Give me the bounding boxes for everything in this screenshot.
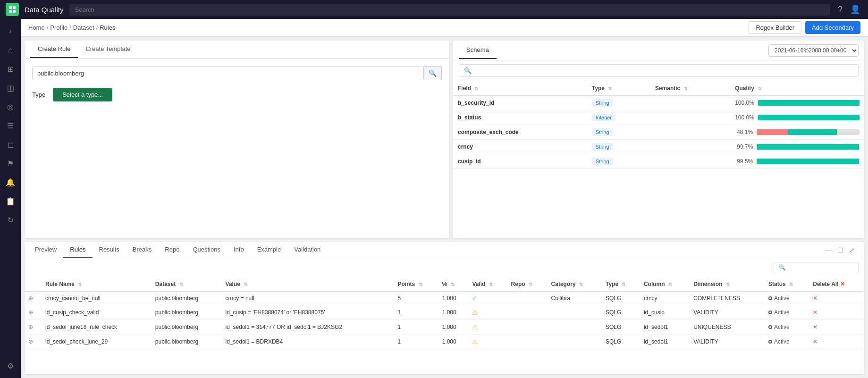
row-dimension: VALIDITY xyxy=(690,335,765,349)
type-label: Type xyxy=(32,91,45,98)
user-icon-button[interactable]: 👤 xyxy=(848,2,862,17)
row-valid: ⚠ xyxy=(468,335,507,349)
sidebar: › ⌂ ⊞ ◫ ◎ ☰ ◻ ⚑ 🔔 📋 ↻ ⚙ xyxy=(0,19,21,378)
row-type: SQLG xyxy=(602,320,640,335)
nav-action-icons: ? 👤 xyxy=(836,2,862,17)
breadcrumb-bar: Home / Profile / Dataset / Rules Regex B… xyxy=(21,19,868,37)
svg-rect-0 xyxy=(9,6,12,9)
maximize-icon-button[interactable]: ☐ xyxy=(835,245,845,255)
global-search-input[interactable] xyxy=(69,4,830,16)
tab-schema[interactable]: Schema xyxy=(459,42,497,59)
dataset-search-row: 🔍 xyxy=(32,66,442,80)
minimize-icon-button[interactable]: — xyxy=(823,245,834,255)
row-rule-name: crncy_cannot_be_null xyxy=(42,292,152,305)
row-category xyxy=(548,305,602,320)
sidebar-item-people[interactable]: ◎ xyxy=(2,98,19,115)
row-type: SQLG xyxy=(602,335,640,349)
tab-example[interactable]: Example xyxy=(251,242,288,258)
bottom-search-row xyxy=(25,258,864,277)
row-delete[interactable]: ✕ xyxy=(809,292,864,305)
breadcrumb-home[interactable]: Home xyxy=(28,24,45,31)
row-column: id_cusip xyxy=(640,305,690,320)
tab-repo[interactable]: Repo xyxy=(158,242,186,258)
tab-rules[interactable]: Rules xyxy=(63,242,92,258)
svg-rect-3 xyxy=(13,10,16,13)
sidebar-item-refresh[interactable]: ↻ xyxy=(2,211,19,228)
schema-field-semantic xyxy=(650,154,730,169)
row-valid: ⚠ xyxy=(468,320,507,335)
tab-preview[interactable]: Preview xyxy=(28,242,63,258)
tab-results[interactable]: Results xyxy=(93,242,126,258)
row-delete[interactable]: ✕ xyxy=(809,320,864,335)
rules-search-input[interactable] xyxy=(774,262,859,273)
tab-validation[interactable]: Validation xyxy=(287,242,327,258)
row-column: crncy xyxy=(640,292,690,305)
schema-search-input[interactable] xyxy=(459,64,859,77)
schema-table-wrapper: Field ⇅ Type ⇅ Semantic ⇅ Quality ⇅ b_se… xyxy=(453,81,864,238)
row-dimension: VALIDITY xyxy=(690,305,765,320)
col-quality: Quality ⇅ xyxy=(730,81,864,96)
bottom-tabs-bar: Preview Rules Results Breaks Repo Questi… xyxy=(25,242,864,258)
help-icon-button[interactable]: ? xyxy=(836,3,844,17)
row-expand[interactable]: ⊕ xyxy=(25,305,42,320)
row-pct: 1.000 xyxy=(438,292,469,305)
tab-info[interactable]: Info xyxy=(227,242,251,258)
sidebar-item-bell[interactable]: 🔔 xyxy=(2,174,19,191)
row-value: crncy = null xyxy=(222,292,394,305)
add-secondary-button[interactable]: Add Secondary xyxy=(805,21,860,34)
row-repo xyxy=(507,320,548,335)
row-delete[interactable]: ✕ xyxy=(809,335,864,349)
sidebar-item-list[interactable]: ☰ xyxy=(2,117,19,134)
status-dot-icon xyxy=(768,311,772,314)
bottom-tabs-left: Preview Rules Results Breaks Repo Questi… xyxy=(28,242,327,258)
sidebar-item-grid[interactable]: ⊞ xyxy=(2,60,19,77)
schema-table-row: cusip_id String 99.5% xyxy=(453,154,864,169)
row-value: id_sedol1 = 314777 OR id_sedol1 = BJ2KSG… xyxy=(222,320,394,335)
valid-check-icon: ✓ xyxy=(472,295,477,302)
col-status: Status ⇅ xyxy=(765,277,809,292)
row-repo xyxy=(507,292,548,305)
sidebar-item-flag[interactable]: ⚑ xyxy=(2,155,19,172)
col-semantic: Semantic ⇅ xyxy=(650,81,730,96)
schema-table: Field ⇅ Type ⇅ Semantic ⇅ Quality ⇅ b_se… xyxy=(453,81,864,169)
sidebar-item-home[interactable]: ⌂ xyxy=(2,42,19,59)
sidebar-item-expand[interactable]: › xyxy=(2,23,19,40)
panels-row: Create Rule Create Template 🔍 Type Selec… xyxy=(21,37,868,242)
schema-field-quality: 99.7% xyxy=(730,140,864,154)
regex-builder-button[interactable]: Regex Builder xyxy=(749,21,801,34)
sidebar-item-report[interactable]: 📋 xyxy=(2,193,19,210)
sidebar-item-settings[interactable]: ⚙ xyxy=(2,357,19,374)
row-points: 1 xyxy=(394,305,438,320)
col-field: Field ⇅ xyxy=(453,81,587,96)
row-expand[interactable]: ⊕ xyxy=(25,335,42,349)
valid-warn-icon: ⚠ xyxy=(472,323,478,331)
row-value: id_cusip = 'EH8388074' or 'EH8388075' xyxy=(222,305,394,320)
row-expand[interactable]: ⊕ xyxy=(25,320,42,335)
schema-field-type: String xyxy=(587,96,650,110)
tab-breaks[interactable]: Breaks xyxy=(126,242,158,258)
row-expand[interactable]: ⊕ xyxy=(25,292,42,305)
select-type-button[interactable]: Select a type... xyxy=(53,88,112,101)
row-valid: ⚠ xyxy=(468,305,507,320)
table-row: ⊕ id_sedol_check_june_29 public.bloomber… xyxy=(25,335,864,349)
sidebar-item-chart[interactable]: ◫ xyxy=(2,79,19,96)
expand-icon-button[interactable]: ⤢ xyxy=(847,245,857,255)
col-column: Column ⇅ xyxy=(640,277,690,292)
row-pct: 1.000 xyxy=(438,305,469,320)
tab-create-template[interactable]: Create Template xyxy=(78,41,138,58)
table-row: ⊕ id_sedol_june18_rule_check public.bloo… xyxy=(25,320,864,335)
row-status: Active xyxy=(765,335,809,349)
breadcrumb-dataset[interactable]: Dataset xyxy=(73,24,94,31)
tab-create-rule[interactable]: Create Rule xyxy=(30,41,78,58)
dataset-search-button[interactable]: 🔍 xyxy=(424,66,442,80)
col-valid: Valid ⇅ xyxy=(468,277,507,292)
row-delete[interactable]: ✕ xyxy=(809,305,864,320)
row-rule-name: id_sedol_june18_rule_check xyxy=(42,320,152,335)
breadcrumb-profile[interactable]: Profile xyxy=(50,24,67,31)
top-navbar: Data Quality ? 👤 xyxy=(0,0,868,19)
schema-table-row: b_security_id String 100.0% xyxy=(453,96,864,110)
tab-questions[interactable]: Questions xyxy=(186,242,227,258)
dataset-input[interactable] xyxy=(32,67,424,80)
date-select[interactable]: 2021-06-16%2000:00:00+00 xyxy=(768,44,859,57)
sidebar-item-document[interactable]: ◻ xyxy=(2,136,19,153)
